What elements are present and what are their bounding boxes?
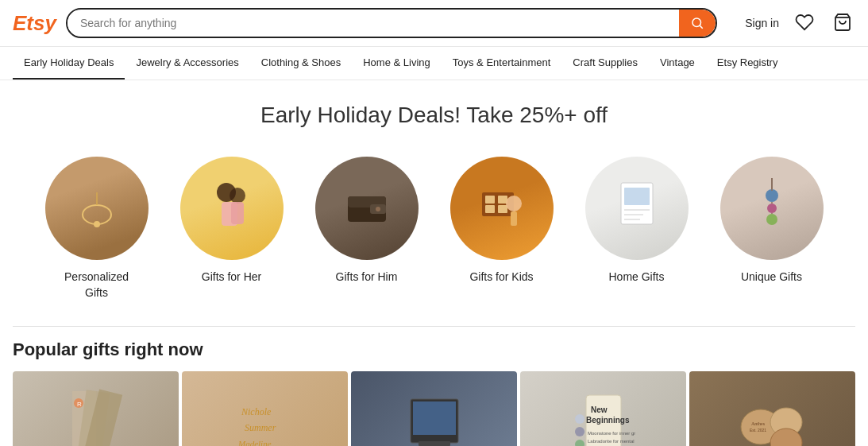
product-card-3[interactable] bbox=[351, 371, 517, 446]
product-image-2: Nichole Summer Madeline Chloe bbox=[182, 371, 348, 446]
category-circle-home bbox=[585, 157, 689, 260]
svg-point-27 bbox=[766, 189, 778, 202]
nav-item-jewelry[interactable]: Jewelry & Accessories bbox=[125, 47, 249, 80]
svg-point-19 bbox=[506, 196, 522, 211]
svg-point-57 bbox=[575, 440, 584, 446]
svg-line-1 bbox=[700, 25, 702, 28]
svg-text:Madeline: Madeline bbox=[237, 439, 272, 446]
cart-button[interactable] bbox=[830, 10, 855, 37]
svg-point-28 bbox=[767, 204, 777, 213]
necklace-decoration bbox=[73, 184, 121, 232]
product-card-5[interactable]: Anthes Est. 2021 bbox=[689, 371, 855, 446]
search-icon bbox=[690, 16, 704, 30]
category-gifts-for-him[interactable]: Gifts for Him bbox=[311, 157, 422, 301]
svg-point-7 bbox=[230, 188, 245, 204]
svg-rect-17 bbox=[485, 205, 495, 213]
main-nav: Early Holiday Deals Jewelry & Accessorie… bbox=[0, 47, 868, 80]
keychain-decoration: New Beginnings Moonstone for inner growt… bbox=[572, 387, 635, 446]
banner: Early Holiday Deals! Take 25%+ off bbox=[0, 80, 868, 144]
category-home-gifts[interactable]: Home Gifts bbox=[581, 157, 692, 301]
category-label-kids: Gifts for Kids bbox=[469, 270, 533, 285]
svg-rect-18 bbox=[498, 205, 507, 213]
category-circle-her bbox=[180, 157, 284, 260]
category-gifts-for-her[interactable]: Gifts for Her bbox=[176, 157, 287, 301]
header-actions: Sign in bbox=[745, 10, 855, 37]
etsy-logo[interactable]: Etsy bbox=[13, 11, 56, 36]
svg-point-0 bbox=[692, 18, 701, 27]
search-input[interactable] bbox=[68, 10, 679, 36]
necklace-product-decoration: Nichole Summer Madeline Chloe bbox=[233, 387, 297, 446]
svg-text:Labradorite for mental: Labradorite for mental bbox=[588, 439, 635, 444]
svg-point-4 bbox=[94, 221, 100, 227]
cart-icon bbox=[833, 13, 852, 32]
svg-text:Summer: Summer bbox=[245, 422, 276, 433]
category-circle-unique bbox=[720, 157, 824, 260]
nav-item-vintage[interactable]: Vintage bbox=[649, 47, 706, 80]
header: Etsy Sign in bbox=[0, 0, 868, 47]
nav-item-toys[interactable]: Toys & Entertainment bbox=[442, 47, 562, 80]
svg-text:Moonstone for inner growth: Moonstone for inner growth bbox=[588, 431, 635, 436]
unique-hanging-decoration bbox=[752, 176, 792, 240]
nav-item-registry[interactable]: Etsy Registry bbox=[706, 47, 789, 80]
svg-text:New: New bbox=[591, 405, 608, 414]
kids-furniture-decoration bbox=[474, 176, 530, 240]
banner-title: Early Holiday Deals! Take 25%+ off bbox=[13, 103, 855, 128]
search-bar bbox=[66, 8, 717, 38]
wooden-coasters-decoration: Anthes Est. 2021 bbox=[737, 387, 808, 446]
heart-icon bbox=[795, 13, 814, 32]
product-image-5: Anthes Est. 2021 bbox=[689, 371, 855, 446]
svg-rect-43 bbox=[413, 401, 456, 435]
category-label-personalized: PersonalizedGifts bbox=[64, 270, 129, 301]
popular-section: Popular gifts right now R Nichole Summer… bbox=[0, 327, 868, 446]
svg-text:Beginnings: Beginnings bbox=[586, 416, 630, 425]
search-button[interactable] bbox=[679, 10, 716, 37]
svg-rect-15 bbox=[485, 196, 495, 204]
product-image-3 bbox=[351, 371, 517, 446]
product-image-4: New Beginnings Moonstone for inner growt… bbox=[520, 371, 686, 446]
svg-rect-9 bbox=[231, 202, 244, 224]
product-card-4[interactable]: New Beginnings Moonstone for inner growt… bbox=[520, 371, 686, 446]
sign-in-link[interactable]: Sign in bbox=[745, 17, 779, 29]
svg-rect-45 bbox=[419, 441, 450, 446]
women-silhouette bbox=[204, 176, 260, 240]
popular-title: Popular gifts right now bbox=[13, 339, 855, 360]
product-grid: R Nichole Summer Madeline Chloe bbox=[13, 371, 855, 446]
svg-rect-22 bbox=[624, 188, 650, 205]
home-print-decoration bbox=[613, 176, 661, 240]
category-unique-gifts[interactable]: Unique Gifts bbox=[716, 157, 827, 301]
svg-text:Nichole: Nichole bbox=[241, 406, 272, 417]
category-circle-personalized bbox=[45, 157, 149, 260]
nav-item-home-living[interactable]: Home & Living bbox=[352, 47, 442, 80]
categories-section: PersonalizedGifts Gifts for Her bbox=[0, 144, 868, 326]
category-circle-him bbox=[315, 157, 419, 260]
svg-point-55 bbox=[575, 414, 584, 424]
svg-point-13 bbox=[376, 207, 380, 211]
category-label-unique: Unique Gifts bbox=[741, 270, 802, 285]
svg-text:Est. 2021: Est. 2021 bbox=[750, 428, 766, 432]
category-gifts-for-kids[interactable]: Gifts for Kids bbox=[446, 157, 557, 301]
nav-item-clothing[interactable]: Clothing & Shoes bbox=[250, 47, 352, 80]
category-label-her: Gifts for Her bbox=[202, 270, 261, 285]
category-circle-kids bbox=[450, 157, 554, 260]
product-card-2[interactable]: Nichole Summer Madeline Chloe bbox=[182, 371, 348, 446]
wishlist-button[interactable] bbox=[792, 10, 817, 37]
svg-rect-20 bbox=[511, 211, 517, 226]
category-label-him: Gifts for Him bbox=[336, 270, 398, 285]
wallet-decoration bbox=[341, 188, 392, 228]
product-card-1[interactable]: R bbox=[13, 371, 179, 446]
product-image-1: R bbox=[13, 371, 179, 446]
svg-text:R: R bbox=[77, 401, 82, 408]
svg-point-29 bbox=[766, 214, 777, 225]
category-label-home: Home Gifts bbox=[608, 270, 664, 285]
bookmark-decoration: R bbox=[64, 387, 128, 446]
nav-item-early-holiday-deals[interactable]: Early Holiday Deals bbox=[13, 47, 125, 80]
nav-item-craft[interactable]: Craft Supplies bbox=[561, 47, 649, 80]
photo-frame-decoration bbox=[407, 395, 462, 446]
category-personalized-gifts[interactable]: PersonalizedGifts bbox=[41, 157, 152, 301]
svg-text:Anthes: Anthes bbox=[751, 421, 766, 426]
svg-point-56 bbox=[575, 427, 584, 436]
